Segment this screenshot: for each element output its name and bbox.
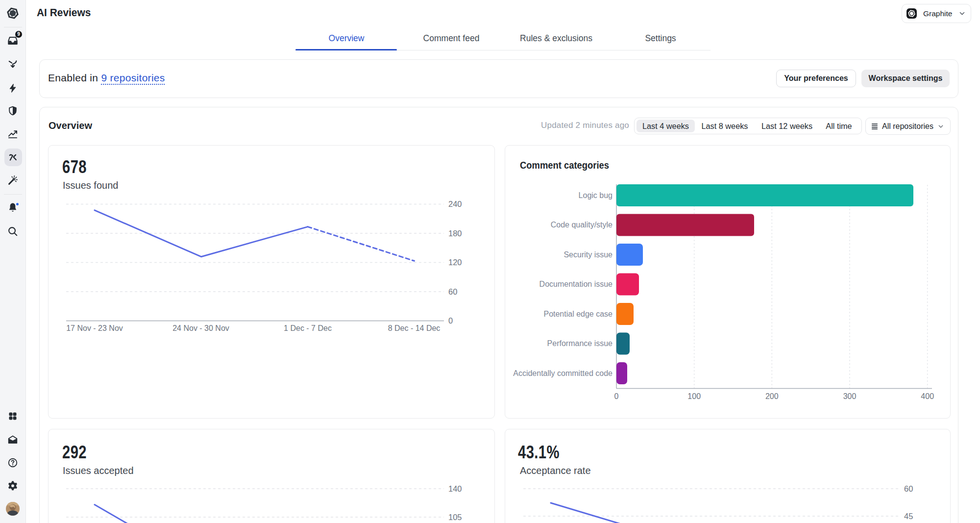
svg-text:140: 140 xyxy=(448,484,462,493)
svg-text:0: 0 xyxy=(614,392,619,400)
svg-text:400: 400 xyxy=(921,392,934,400)
svg-text:100: 100 xyxy=(687,392,701,400)
svg-text:Potential edge case: Potential edge case xyxy=(543,310,612,318)
svg-text:Accidentally committed code: Accidentally committed code xyxy=(513,369,612,377)
svg-text:Logic bug: Logic bug xyxy=(579,191,612,199)
svg-text:Code quality/style: Code quality/style xyxy=(551,221,612,229)
svg-text:300: 300 xyxy=(843,392,857,400)
svg-text:8 Dec - 14 Dec: 8 Dec - 14 Dec xyxy=(388,324,441,332)
svg-text:105: 105 xyxy=(448,513,462,522)
svg-text:Security issue: Security issue xyxy=(564,250,612,259)
svg-text:45: 45 xyxy=(904,512,913,521)
svg-text:60: 60 xyxy=(448,287,457,296)
svg-text:Documentation issue: Documentation issue xyxy=(539,280,613,288)
svg-text:180: 180 xyxy=(448,229,462,238)
svg-text:24 Nov - 30 Nov: 24 Nov - 30 Nov xyxy=(172,324,229,332)
svg-text:Performance issue: Performance issue xyxy=(547,339,612,348)
svg-text:17 Nov - 23 Nov: 17 Nov - 23 Nov xyxy=(66,324,123,332)
svg-text:1 Dec - 7 Dec: 1 Dec - 7 Dec xyxy=(284,324,332,332)
svg-text:120: 120 xyxy=(448,258,462,267)
svg-text:200: 200 xyxy=(765,392,779,400)
svg-text:60: 60 xyxy=(904,484,913,493)
svg-text:0: 0 xyxy=(448,316,453,325)
svg-text:240: 240 xyxy=(448,199,462,208)
